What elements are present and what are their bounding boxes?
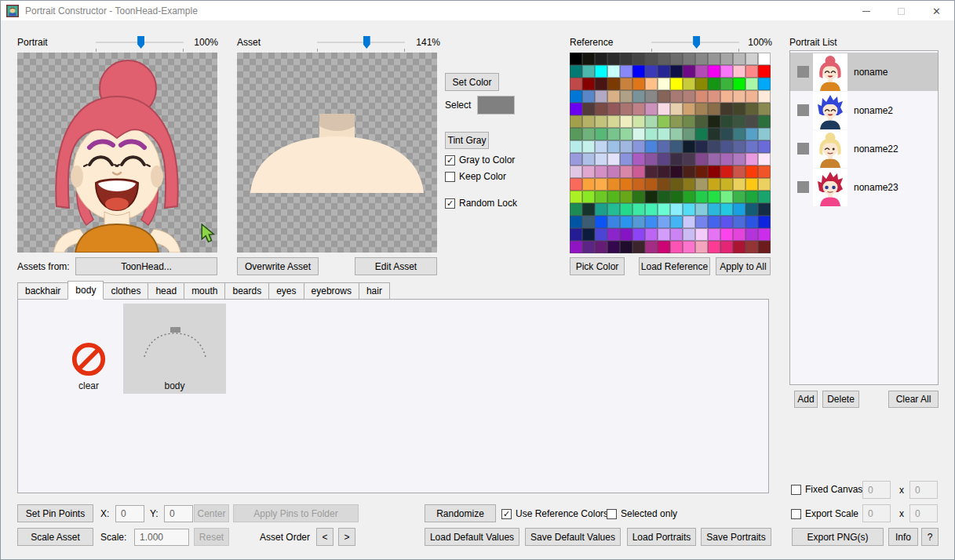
export-scale-height-field[interactable]: 0 [909, 504, 938, 522]
palette-swatch[interactable] [607, 191, 620, 203]
palette-swatch[interactable] [582, 178, 595, 191]
palette-swatch[interactable] [607, 140, 620, 153]
scale-asset-button[interactable]: Scale Asset [17, 528, 93, 546]
palette-swatch[interactable] [733, 241, 745, 253]
palette-swatch[interactable] [745, 53, 758, 65]
palette-swatch[interactable] [645, 178, 658, 191]
palette-swatch[interactable] [733, 228, 745, 241]
palette-swatch[interactable] [645, 53, 658, 65]
palette-swatch[interactable] [645, 78, 658, 90]
load-reference-button[interactable]: Load Reference [639, 257, 710, 275]
palette-swatch[interactable] [695, 203, 708, 216]
palette-swatch[interactable] [570, 216, 582, 228]
palette-swatch[interactable] [582, 228, 595, 241]
portrait-canvas[interactable] [17, 53, 217, 253]
delete-portrait-button[interactable]: Delete [822, 391, 859, 408]
palette-swatch[interactable] [695, 128, 708, 140]
fixed-canvas-checkbox[interactable]: Fixed Canvas [791, 484, 862, 495]
palette-swatch[interactable] [632, 228, 645, 241]
palette-swatch[interactable] [695, 153, 708, 165]
asset-canvas[interactable] [237, 53, 437, 253]
palette-swatch[interactable] [733, 191, 745, 203]
palette-swatch[interactable] [708, 216, 720, 228]
palette-swatch[interactable] [582, 203, 595, 216]
portrait-list-item[interactable]: noname2 [790, 91, 938, 129]
palette-swatch[interactable] [570, 228, 582, 241]
palette-swatch[interactable] [695, 228, 708, 241]
palette-swatch[interactable] [632, 78, 645, 90]
palette-swatch[interactable] [745, 165, 758, 178]
palette-swatch[interactable] [632, 128, 645, 140]
palette-swatch[interactable] [670, 228, 683, 241]
close-button[interactable]: ✕ [919, 1, 954, 21]
palette-swatch[interactable] [670, 53, 683, 65]
palette-swatch[interactable] [582, 90, 595, 103]
palette-swatch[interactable] [658, 241, 670, 253]
palette-swatch[interactable] [670, 90, 683, 103]
palette-swatch[interactable] [708, 241, 720, 253]
palette-swatch[interactable] [570, 178, 582, 191]
palette-swatch[interactable] [683, 65, 695, 78]
palette-swatch[interactable] [658, 165, 670, 178]
pin-x-field[interactable]: 0 [115, 505, 144, 522]
palette-swatch[interactable] [620, 53, 632, 65]
palette-swatch[interactable] [620, 103, 632, 115]
tab-beards[interactable]: beards [224, 282, 269, 300]
palette-swatch[interactable] [570, 241, 582, 253]
palette-swatch[interactable] [570, 103, 582, 115]
palette-swatch[interactable] [595, 165, 607, 178]
palette-swatch[interactable] [708, 140, 720, 153]
palette-swatch[interactable] [595, 90, 607, 103]
portrait-item-checkbox[interactable] [797, 66, 809, 78]
tab-body[interactable]: body [67, 281, 104, 300]
palette-swatch[interactable] [632, 241, 645, 253]
palette-swatch[interactable] [758, 115, 771, 128]
portrait-list-item[interactable]: noname23 [790, 168, 938, 206]
palette-swatch[interactable] [607, 65, 620, 78]
palette-swatch[interactable] [683, 191, 695, 203]
palette-swatch[interactable] [632, 191, 645, 203]
palette-swatch[interactable] [620, 78, 632, 90]
asset-grid-panel[interactable]: clear body [17, 299, 769, 493]
pin-y-field[interactable]: 0 [164, 505, 193, 522]
tint-gray-button[interactable]: Tint Gray [445, 132, 489, 149]
palette-swatch[interactable] [658, 90, 670, 103]
palette-swatch[interactable] [658, 103, 670, 115]
palette-swatch[interactable] [582, 241, 595, 253]
palette-swatch[interactable] [620, 178, 632, 191]
palette-swatch[interactable] [708, 78, 720, 90]
palette-swatch[interactable] [758, 178, 771, 191]
center-button[interactable]: Center [194, 504, 229, 522]
palette-swatch[interactable] [758, 128, 771, 140]
palette-swatch[interactable] [607, 203, 620, 216]
palette-swatch[interactable] [708, 103, 720, 115]
palette-swatch[interactable] [570, 90, 582, 103]
export-scale-width-field[interactable]: 0 [862, 504, 891, 522]
palette-swatch[interactable] [708, 191, 720, 203]
palette-swatch[interactable] [658, 203, 670, 216]
palette-swatch[interactable] [733, 53, 745, 65]
palette-swatch[interactable] [720, 140, 733, 153]
palette-swatch[interactable] [645, 128, 658, 140]
palette-swatch[interactable] [745, 178, 758, 191]
palette-swatch[interactable] [708, 115, 720, 128]
palette-swatch[interactable] [758, 241, 771, 253]
palette-swatch[interactable] [733, 153, 745, 165]
palette-swatch[interactable] [607, 153, 620, 165]
palette-swatch[interactable] [758, 153, 771, 165]
use-reference-colors-checkbox[interactable]: ✓ Use Reference Colors [501, 508, 608, 519]
portrait-item-checkbox[interactable] [797, 143, 809, 155]
palette-swatch[interactable] [607, 78, 620, 90]
palette-swatch[interactable] [708, 53, 720, 65]
palette-swatch[interactable] [745, 115, 758, 128]
asset-item-clear[interactable]: clear [45, 304, 133, 394]
palette-swatch[interactable] [758, 65, 771, 78]
palette-swatch[interactable] [670, 115, 683, 128]
palette-swatch[interactable] [595, 216, 607, 228]
palette-swatch[interactable] [658, 191, 670, 203]
tab-hair[interactable]: hair [359, 282, 390, 300]
palette-swatch[interactable] [595, 178, 607, 191]
palette-swatch[interactable] [758, 103, 771, 115]
palette-swatch[interactable] [582, 115, 595, 128]
tab-clothes[interactable]: clothes [103, 282, 148, 300]
